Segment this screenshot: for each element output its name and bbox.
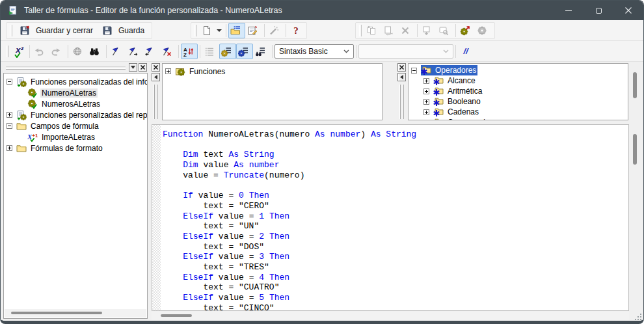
close-panel-button[interactable] bbox=[397, 63, 406, 72]
bookmark-button[interactable] bbox=[109, 44, 126, 59]
properties-button[interactable] bbox=[245, 23, 262, 38]
code-area[interactable]: Function NumeroALetras(numero As number)… bbox=[161, 125, 628, 310]
expand-icon[interactable] bbox=[7, 112, 12, 118]
expand-icon[interactable] bbox=[165, 68, 171, 74]
code-line: ElseIf value = 3 Then bbox=[163, 252, 628, 262]
help-button[interactable]: ? bbox=[288, 23, 304, 38]
save-and-close-button[interactable]: Guardar y cerrar bbox=[15, 23, 98, 38]
undo-button[interactable] bbox=[32, 44, 49, 59]
panel-gripper[interactable] bbox=[399, 85, 401, 119]
tree-item-campos-de-formula[interactable]: Campos de fórmula bbox=[4, 120, 147, 131]
browse-data-button[interactable] bbox=[70, 44, 87, 59]
comment-button[interactable]: // bbox=[458, 44, 474, 59]
toolbar-grip[interactable] bbox=[195, 25, 197, 36]
check-syntax-button[interactable]: x² bbox=[12, 44, 27, 59]
delete-button[interactable] bbox=[398, 23, 415, 38]
repository-gear-button[interactable] bbox=[475, 23, 492, 38]
clear-bookmarks-button[interactable] bbox=[159, 44, 176, 59]
scrollbar-thumb[interactable] bbox=[633, 72, 637, 98]
resize-grip[interactable] bbox=[632, 311, 641, 320]
tree-item-importealetras[interactable]: X+1ImporteALetras bbox=[4, 131, 147, 142]
tree-item-aritmetica[interactable]: Aritmética bbox=[409, 86, 628, 96]
collapse-icon[interactable] bbox=[7, 123, 12, 129]
expand-icon[interactable] bbox=[423, 88, 429, 94]
field-view-button[interactable] bbox=[202, 44, 219, 59]
tree-item-booleano[interactable]: Booleano bbox=[409, 96, 628, 107]
tree-item-label: Comparaciones bbox=[446, 118, 503, 120]
minimize-button[interactable] bbox=[554, 1, 584, 20]
tree-item-operadores[interactable]: Operadores bbox=[409, 65, 628, 75]
tree-item-funciones-personalizadas-del-informe[interactable]: Funciones personalizadas del informe bbox=[4, 76, 147, 87]
secondary-combobox[interactable] bbox=[358, 44, 453, 59]
operators-tree[interactable]: OperadoresAlcanceAritméticaBooleanoCaden… bbox=[408, 63, 628, 120]
preview-icon bbox=[438, 25, 449, 36]
tree-item-label: Operadores bbox=[434, 66, 477, 75]
preview-button[interactable] bbox=[436, 23, 453, 38]
show-operators-button[interactable] bbox=[236, 44, 253, 59]
formula-text-editor[interactable]: Function NumeroALetras(numero As number)… bbox=[152, 124, 629, 311]
panel-gripper[interactable] bbox=[403, 85, 404, 119]
functions-tree[interactable]: Funciones bbox=[162, 63, 382, 120]
maximize-button[interactable] bbox=[584, 1, 613, 20]
expand-icon[interactable] bbox=[423, 78, 429, 84]
toolbar-grip[interactable] bbox=[359, 25, 362, 36]
tree-item-comparaciones[interactable]: Comparaciones bbox=[409, 117, 628, 120]
add-repository-button[interactable] bbox=[458, 23, 475, 38]
tree-item-numerosaletras[interactable]: NumerosALetras bbox=[4, 98, 147, 109]
next-bookmark-button[interactable] bbox=[126, 44, 142, 59]
panel-gripper[interactable] bbox=[6, 65, 126, 66]
new-button[interactable] bbox=[200, 23, 224, 38]
expand-icon[interactable] bbox=[423, 99, 429, 105]
toolbar-grip[interactable] bbox=[10, 25, 12, 36]
panel-close-button[interactable] bbox=[139, 63, 147, 72]
workshop-panel-header[interactable] bbox=[3, 63, 148, 72]
syntax-combobox[interactable]: Sintaxis Basic bbox=[275, 44, 354, 59]
code-line: ElseIf value = 5 Then bbox=[163, 293, 628, 303]
editor-vscrollbar[interactable] bbox=[631, 124, 639, 311]
tree-item-numeroaletras[interactable]: NumeroALetras bbox=[4, 87, 147, 98]
panel-gripper[interactable] bbox=[157, 85, 158, 119]
tree-item-formulas-de-formato[interactable]: Fórmulas de formato bbox=[4, 142, 147, 154]
collapse-panel-button[interactable] bbox=[152, 73, 160, 81]
expand-icon[interactable] bbox=[423, 120, 429, 121]
report-functions-icon bbox=[16, 110, 27, 120]
tree-item-funciones-personalizadas-del-repositorio[interactable]: Funciones personalizadas del repositorio bbox=[4, 109, 147, 120]
workshop-tree-hscrollbar[interactable] bbox=[5, 309, 146, 317]
redo-button[interactable] bbox=[49, 44, 66, 59]
import-button[interactable] bbox=[420, 23, 436, 38]
expand-icon[interactable] bbox=[7, 145, 12, 151]
wand-button[interactable] bbox=[267, 23, 284, 38]
panel-gripper[interactable] bbox=[154, 85, 155, 119]
scrollbar-thumb[interactable] bbox=[161, 314, 192, 317]
find-in-tree-button[interactable] bbox=[253, 44, 270, 59]
close-button[interactable] bbox=[613, 1, 643, 20]
tree-item-funciones[interactable]: Funciones bbox=[163, 66, 382, 77]
function-category-icon bbox=[175, 66, 185, 77]
editor-hscrollbar[interactable] bbox=[152, 312, 629, 320]
operators-tree-scrollbar[interactable] bbox=[631, 63, 639, 120]
close-icon bbox=[399, 65, 404, 70]
find-button[interactable] bbox=[87, 44, 104, 59]
panel-gripper[interactable] bbox=[6, 68, 126, 70]
toolbar-grip[interactable] bbox=[7, 46, 9, 57]
expand-icon[interactable] bbox=[423, 109, 429, 115]
toggle-trees-button[interactable] bbox=[228, 23, 245, 38]
collapse-icon[interactable] bbox=[7, 79, 12, 85]
panel-dropdown-button[interactable] bbox=[129, 63, 137, 72]
workshop-tree[interactable]: Funciones personalizadas del informeNume… bbox=[3, 73, 148, 319]
sort-trees-button[interactable]: AZ bbox=[181, 44, 198, 59]
scrollbar-thumb[interactable] bbox=[11, 312, 102, 314]
tree-item-cadenas[interactable]: Cadenas bbox=[409, 107, 628, 117]
collapse-icon[interactable] bbox=[411, 68, 417, 74]
copy-button[interactable] bbox=[364, 23, 381, 38]
code-line: ElseIf value = 1 Then bbox=[163, 211, 628, 222]
show-functions-button[interactable] bbox=[219, 44, 236, 59]
prev-bookmark-button[interactable] bbox=[142, 44, 159, 59]
new-dropdown-icon[interactable] bbox=[217, 29, 222, 32]
rename-button[interactable] bbox=[381, 23, 398, 38]
tree-item-alcance[interactable]: Alcance bbox=[409, 75, 628, 86]
close-panel-button[interactable] bbox=[152, 63, 160, 72]
scrollbar-thumb[interactable] bbox=[633, 134, 637, 165]
save-button[interactable]: Guarda bbox=[98, 23, 149, 38]
collapse-panel-button[interactable] bbox=[397, 73, 406, 81]
